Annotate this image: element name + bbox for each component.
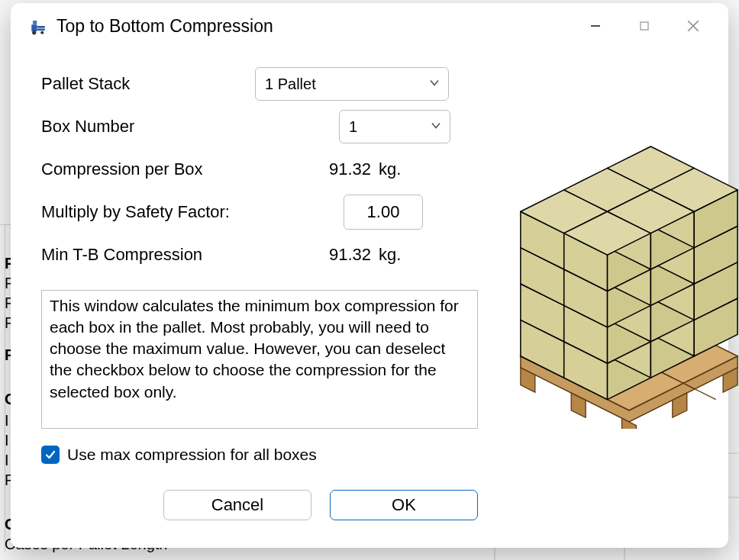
- min-tb-compression-unit: kg.: [379, 245, 401, 265]
- dialog-window: Top to Bottom Compression Pallet Stack 1…: [11, 3, 728, 548]
- bg-text: I: [5, 432, 9, 449]
- min-tb-compression-value: 91.32: [316, 245, 371, 265]
- description-text: This window calculates the minimum box c…: [50, 297, 459, 401]
- box-number-value: 1: [349, 118, 357, 136]
- pallet-preview: [492, 63, 739, 520]
- cancel-button[interactable]: Cancel: [163, 490, 311, 520]
- svg-rect-6: [37, 29, 45, 31]
- maximize-button[interactable]: [620, 8, 669, 44]
- form-panel: Pallet Stack 1 Pallet Box Number 1: [41, 63, 478, 520]
- svg-rect-5: [37, 26, 45, 28]
- pallet-stack-label: Pallet Stack: [41, 74, 255, 94]
- chevron-down-icon: [428, 76, 440, 93]
- bg-text: I: [5, 412, 9, 430]
- chevron-down-icon: [430, 118, 442, 136]
- window-title: Top to Bottom Compression: [56, 16, 571, 37]
- box-number-label: Box Number: [41, 117, 339, 137]
- compression-per-box-value: 91.32: [316, 159, 371, 179]
- bg-text: I: [5, 452, 9, 469]
- safety-factor-label: Multiply by Safety Factor:: [41, 202, 344, 222]
- description-textarea[interactable]: This window calculates the minimum box c…: [41, 290, 478, 429]
- app-icon: [27, 15, 49, 37]
- compression-per-box-unit: kg.: [379, 159, 401, 179]
- minimize-button[interactable]: [571, 8, 620, 44]
- svg-point-7: [32, 31, 36, 34]
- ok-button[interactable]: OK: [330, 490, 478, 520]
- svg-rect-9: [33, 21, 37, 24]
- safety-factor-input[interactable]: [344, 195, 423, 230]
- compression-per-box-label: Compression per Box: [41, 159, 316, 179]
- use-max-compression-label: Use max compression for all boxes: [67, 446, 317, 464]
- pallet-stack-value: 1 Pallet: [265, 76, 316, 93]
- svg-rect-4: [31, 24, 37, 31]
- titlebar: Top to Bottom Compression: [11, 3, 728, 49]
- pallet-icon: [492, 139, 739, 429]
- close-button[interactable]: [669, 8, 718, 44]
- min-tb-compression-label: Min T-B Compression: [41, 245, 316, 265]
- pallet-stack-select[interactable]: 1 Pallet: [255, 67, 449, 101]
- use-max-compression-checkbox[interactable]: [41, 446, 60, 464]
- box-number-select[interactable]: 1: [339, 110, 450, 143]
- svg-point-8: [40, 31, 44, 34]
- svg-rect-11: [641, 22, 648, 30]
